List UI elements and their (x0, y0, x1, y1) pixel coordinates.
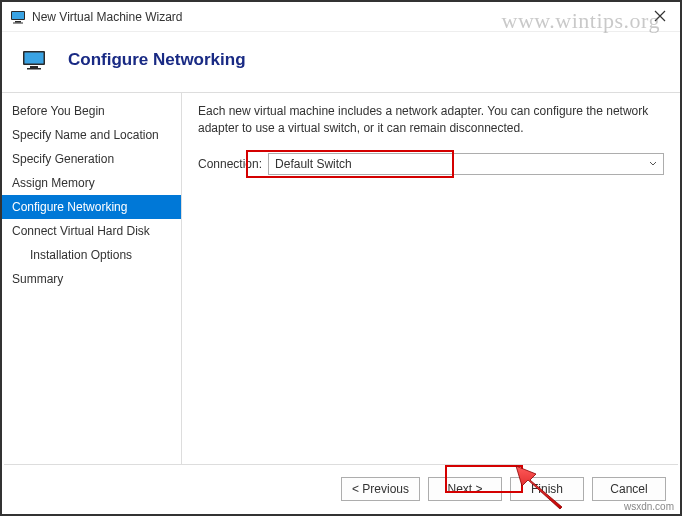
main-panel: Each new virtual machine includes a netw… (182, 93, 680, 465)
sidebar-item-installation-options[interactable]: Installation Options (2, 243, 181, 267)
wizard-sidebar: Before You Begin Specify Name and Locati… (2, 93, 182, 465)
chevron-down-icon (649, 154, 657, 174)
sidebar-item-assign-memory[interactable]: Assign Memory (2, 171, 181, 195)
description-text: Each new virtual machine includes a netw… (198, 103, 664, 137)
svg-rect-6 (30, 66, 38, 68)
wizard-header: Configure Networking (2, 32, 680, 93)
next-button[interactable]: Next > (428, 477, 502, 501)
connection-label: Connection: (198, 157, 262, 171)
content-area: Before You Begin Specify Name and Locati… (2, 93, 680, 465)
cancel-button[interactable]: Cancel (592, 477, 666, 501)
connection-select-wrap: Default Switch (268, 153, 664, 175)
close-button[interactable] (644, 4, 676, 28)
wizard-window: New Virtual Machine Wizard www.wintips.o… (0, 0, 682, 516)
svg-rect-7 (27, 68, 41, 70)
page-title: Configure Networking (68, 50, 246, 70)
sidebar-item-summary[interactable]: Summary (2, 267, 181, 291)
titlebar: New Virtual Machine Wizard (2, 2, 680, 32)
sidebar-item-configure-networking[interactable]: Configure Networking (2, 195, 181, 219)
sidebar-item-specify-generation[interactable]: Specify Generation (2, 147, 181, 171)
svg-rect-1 (12, 12, 24, 19)
source-label: wsxdn.com (624, 501, 674, 512)
connection-select[interactable]: Default Switch (268, 153, 664, 175)
svg-rect-2 (15, 21, 21, 23)
wizard-footer: < Previous Next > Finish Cancel (4, 464, 678, 512)
previous-button[interactable]: < Previous (341, 477, 420, 501)
svg-rect-5 (25, 53, 44, 64)
window-title: New Virtual Machine Wizard (32, 10, 183, 24)
finish-button[interactable]: Finish (510, 477, 584, 501)
sidebar-item-specify-name[interactable]: Specify Name and Location (2, 123, 181, 147)
header-vm-icon (22, 48, 46, 72)
connection-selected-value: Default Switch (275, 157, 352, 171)
vm-icon (10, 9, 26, 25)
svg-rect-3 (13, 22, 23, 23)
connection-row: Connection: Default Switch (198, 153, 664, 175)
sidebar-item-before-you-begin[interactable]: Before You Begin (2, 99, 181, 123)
sidebar-item-connect-vhd[interactable]: Connect Virtual Hard Disk (2, 219, 181, 243)
